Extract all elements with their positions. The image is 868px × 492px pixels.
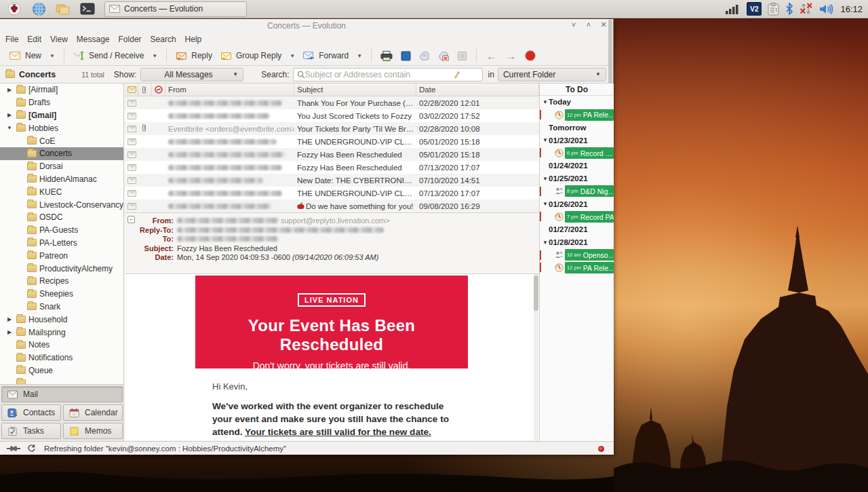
sidebar-folder-dorsai[interactable]: Dorsai (0, 160, 123, 173)
sidebar-folder-pa-guests[interactable]: PA-Guests (0, 224, 123, 237)
todo-task[interactable]: 12 pmPA Rele… (540, 261, 614, 274)
sidebar-folder-pa-letters[interactable]: PA-Letters (0, 237, 123, 250)
taskbar-window-button[interactable]: Concerts — Evolution (104, 1, 247, 17)
expander-open-icon[interactable]: ▼ (542, 176, 549, 182)
group-reply-dropdown-caret[interactable]: ▼ (285, 53, 299, 59)
next-button[interactable]: → (501, 50, 521, 62)
todo-group-01-23-2021[interactable]: ▼01/23/2021 (540, 134, 614, 147)
switcher-contacts-button[interactable]: Contacts (1, 404, 61, 421)
sidebar-folder-notes[interactable]: Notes (0, 339, 123, 352)
message-row[interactable]: Thank You For Your Purchase (do …02/28/2… (125, 96, 539, 109)
expander-closed-icon[interactable]: ▶ (6, 316, 13, 322)
expander-open-icon[interactable]: ▼ (542, 99, 549, 105)
file-manager-icon[interactable] (53, 1, 73, 17)
search-scope-dropdown[interactable]: Current Folder ▼ (498, 68, 606, 81)
expander-closed-icon[interactable]: ▶ (6, 329, 13, 335)
show-filter-dropdown[interactable]: All Messages ▼ (140, 68, 243, 81)
subject-column-header[interactable]: Subject (294, 83, 416, 96)
sidebar-folder-household[interactable]: ▶Household (0, 313, 123, 326)
message-row[interactable]: THE UNDERGROUND-VIP CLUB A…05/01/2020 15… (125, 135, 539, 148)
todo-group-tomorrow[interactable]: Tomorrow (540, 121, 614, 134)
sidebar-folder-productivityalchemy[interactable]: ProductivityAlchemy (0, 262, 123, 275)
menu-help[interactable]: Help (185, 33, 208, 45)
message-row[interactable]: You Just Scored Tickets to Fozzy03/02/20… (125, 109, 539, 122)
todo-task-badge[interactable]: 8 pmD&D Nig… (565, 185, 614, 197)
signal-strength-icon[interactable] (726, 3, 741, 14)
todo-group-today[interactable]: ▼Today (540, 96, 614, 109)
todo-group-01-27-2021[interactable]: 01/27/2021 (540, 223, 614, 236)
bluetooth-icon[interactable] (785, 3, 793, 15)
terminal-icon[interactable] (77, 1, 98, 17)
sidebar-folder-partial[interactable] (0, 377, 123, 384)
expander-open-icon[interactable]: ▼ (542, 137, 549, 143)
todo-task-badge[interactable]: 7 pmRecord PA (565, 211, 614, 223)
expander-open-icon[interactable]: ▼ (6, 125, 13, 131)
new-dropdown-caret[interactable]: ▼ (45, 53, 59, 59)
sidebar-folder-concerts[interactable]: Concerts (0, 147, 123, 160)
switcher-tasks-button[interactable]: Tasks (1, 423, 61, 439)
archive-button[interactable] (453, 49, 471, 63)
sidebar-folder-coe[interactable]: CoE (0, 134, 123, 147)
network-disconnected-icon[interactable] (800, 3, 813, 15)
date-column-header[interactable]: Date (416, 83, 539, 96)
menu-folder[interactable]: Folder (119, 33, 148, 45)
junk-button[interactable] (415, 49, 434, 63)
message-row[interactable]: Fozzy Has Been Rescheduled07/13/2020 17:… (125, 161, 539, 174)
trash-button[interactable] (397, 49, 415, 63)
todo-task[interactable]: 7 pmRecord PA (540, 210, 614, 223)
sidebar-folder-notifications[interactable]: Notifications (0, 352, 123, 364)
switcher-calendar-button[interactable]: Calendar (63, 404, 123, 421)
todo-group-01-25-2021[interactable]: ▼01/25/2021 (540, 172, 614, 185)
clear-search-broom-icon[interactable] (453, 71, 461, 79)
sidebar-folder-hiddenalmanac[interactable]: HiddenAlmanac (0, 173, 123, 186)
sidebar-folder-queue[interactable]: Queue (0, 364, 123, 377)
sidebar-folder-sheepies[interactable]: Sheepies (0, 288, 123, 301)
minimize-button[interactable]: ˅ (570, 20, 578, 29)
not-junk-button[interactable] (434, 49, 453, 63)
raspberry-menu-icon[interactable] (4, 1, 24, 17)
preview-scrollbar[interactable] (534, 274, 538, 440)
todo-group-01-28-2021[interactable]: ▼01/28/2021 (540, 236, 614, 249)
group-reply-button[interactable]: Group Reply (216, 49, 285, 62)
menu-search[interactable]: Search (151, 33, 182, 45)
todo-task[interactable]: 8 pmD&D Nig… (540, 185, 614, 198)
send-receive-dropdown-caret[interactable]: ▼ (148, 53, 161, 59)
sidebar-folder-livestock-conservancy[interactable]: Livestock-Conservancy (0, 198, 123, 211)
volume-icon[interactable] (819, 3, 834, 15)
back-button[interactable]: ← (481, 50, 501, 62)
new-button[interactable]: New (5, 49, 45, 62)
menu-edit[interactable]: Edit (27, 33, 47, 45)
message-row[interactable]: Do we have something for you!09/08/2020 … (125, 200, 539, 212)
todo-group-01-24-2021[interactable]: 01/24/2021 (540, 159, 614, 172)
clipboard-notes-icon[interactable] (768, 3, 779, 16)
todo-task-badge[interactable]: 12 pmPA Rele… (565, 109, 614, 121)
sidebar-folder-mailspring[interactable]: ▶Mailspring (0, 326, 123, 339)
message-row[interactable]: THE UNDERGROUND-VIP CLUB A…07/13/2020 17… (125, 187, 539, 200)
sidebar-folder-kuec[interactable]: KUEC (0, 185, 123, 198)
sidebar-folder-hobbies[interactable]: ▼Hobbies (0, 121, 123, 134)
online-status-icon[interactable] (7, 445, 20, 452)
todo-task[interactable]: 10 amOpenso… (540, 249, 614, 262)
forward-button[interactable]: Forward (299, 49, 353, 62)
sidebar-folder-patreon[interactable]: Patreon (0, 249, 123, 262)
message-row[interactable]: New Date: THE CYBERTRONIC SP…07/10/2020 … (125, 174, 539, 187)
attachment-column-header[interactable] (138, 83, 152, 96)
sidebar-folder-gmail[interactable]: ▶[Gmail] (0, 109, 123, 122)
expander-closed-icon[interactable]: ▶ (6, 87, 13, 93)
menu-file[interactable]: File (5, 33, 24, 45)
expander-open-icon[interactable]: ▼ (542, 201, 549, 207)
from-column-header[interactable]: From (165, 83, 294, 96)
message-row[interactable]: Fozzy Has Been Rescheduled05/01/2020 15:… (125, 148, 539, 161)
send-receive-button[interactable]: Send / Receive (69, 49, 148, 62)
todo-task[interactable]: 12 pmPA Rele… (540, 109, 614, 121)
close-button[interactable]: ✕ (599, 20, 608, 29)
email-body-link[interactable]: Your tickets are still valid for the new… (245, 427, 431, 437)
status-column-header[interactable] (125, 83, 138, 96)
search-box[interactable] (293, 68, 483, 81)
forward-dropdown-caret[interactable]: ▼ (353, 53, 366, 59)
switcher-mail-button[interactable]: Mail (1, 386, 123, 402)
todo-task-badge[interactable]: 10 amOpenso… (565, 249, 614, 261)
collapse-headers-button[interactable]: − (127, 216, 135, 223)
expander-closed-icon[interactable]: ▶ (6, 112, 13, 118)
sidebar-folder-airmail[interactable]: ▶[Airmail] (0, 83, 123, 96)
